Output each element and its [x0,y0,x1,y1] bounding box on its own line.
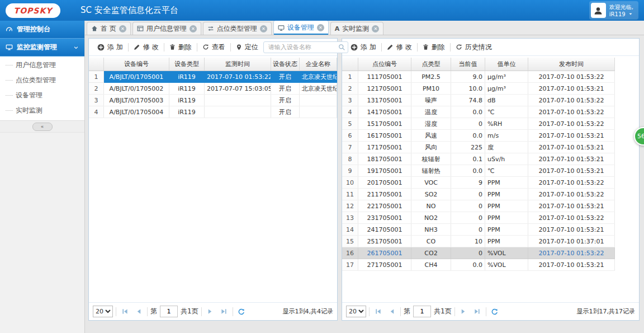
next-page-button[interactable] [205,306,216,317]
table-row[interactable]: 1111705001PM2.59.0μg/m³2017-07-10 01:53:… [342,71,615,83]
edit-button[interactable]: 修 改 [382,40,417,54]
page-input[interactable] [413,306,431,317]
table-row[interactable]: 15251705001CO10PPM2017-07-10 01:37:01 [342,236,615,247]
history-button[interactable]: 历史情况 [451,40,497,54]
first-page-button[interactable] [119,306,130,317]
tab-label: 实时监测 [342,24,369,34]
table-row[interactable]: 13231705001NO20PPM2017-07-10 01:53:22 [342,212,615,224]
table-row[interactable]: 3131705001噪声74.8dB2017-07-10 01:53:22 [342,95,615,106]
refresh-icon [202,44,209,50]
view-button[interactable]: 查看 [197,40,230,54]
search-icon[interactable] [338,44,345,51]
row-number: 1 [89,71,104,83]
collapse-sidebar-button[interactable]: « [32,123,53,131]
delete-button[interactable]: 删除 [164,40,197,54]
table-row[interactable]: 16261705001CO20%VOL2017-07-10 01:53:22 [342,247,615,259]
tab-user-info[interactable]: 用户信息管理 [132,22,201,35]
device-panel: 添 加 修 改 删除 查看 [88,38,338,321]
point-pagination: 20 第 共1页 显示1到17,共17记录 [342,302,639,320]
page-input[interactable] [160,306,178,317]
table-row[interactable]: 3A/BJLT/0/1705003iR119开启 [89,95,337,106]
sidebar-section-label: 监控监测管理 [17,43,57,52]
tab-point-type[interactable]: 点位类型管理 [203,22,272,35]
table-cell: 0.0 [451,106,485,118]
column-header: 点类型 [411,58,451,71]
device-pagination: 20 第 共1页 显示1到4,共4记录 [89,302,337,320]
row-number: 12 [342,200,358,212]
delete-button[interactable]: 删除 [418,40,450,54]
page-size-select[interactable]: 20 [93,306,113,317]
column-header: 值单位 [485,58,528,71]
refresh-button[interactable] [236,306,247,317]
user-menu[interactable]: 欢迎光临, iR119 [589,1,638,20]
sidebar-section-console[interactable]: 管理控制台 [0,21,84,39]
table-row[interactable]: 9191705001辐射热0.0℃2017-07-10 01:53:21 [342,165,615,177]
table-cell: 221705001 [358,200,411,212]
add-icon [351,44,358,51]
table-cell: 湿度 [411,118,451,130]
add-button[interactable]: 添 加 [92,40,128,54]
first-page-button[interactable] [372,306,383,317]
sidebar-section-monitoring[interactable]: 监控监测管理 [0,39,84,57]
add-button-label: 添 加 [361,43,376,52]
close-icon[interactable] [317,24,324,31]
table-row[interactable]: 17271705001CH40.0%VOL2017-07-10 01:53:21 [342,259,615,271]
prev-page-button[interactable] [386,306,397,317]
prev-page-button[interactable] [133,306,144,317]
close-icon[interactable] [119,25,126,32]
close-icon[interactable] [372,25,379,32]
table-row[interactable]: 14241705001NH30PPM2017-07-10 01:53:21 [342,224,615,236]
chevron-down-icon [628,12,633,16]
table-row[interactable]: 12221705001NO0PPM2017-07-10 01:53:21 [342,200,615,212]
trash-icon [423,44,429,50]
table-row[interactable]: 5151705001湿度0%RH2017-07-10 01:53:22 [342,118,615,130]
table-row[interactable]: 1A/BJLT/0/1705001iR1192017-07-10 01:53:2… [89,71,337,83]
search-input[interactable] [263,41,348,53]
sidebar-item-device-mgmt[interactable]: 设备管理 [0,88,84,103]
table-cell: ℃ [485,165,528,177]
add-button[interactable]: 添 加 [345,40,381,54]
close-icon[interactable] [260,25,267,32]
row-number: 3 [89,95,104,106]
table-cell: 10 [451,236,485,247]
tab-realtime[interactable]: 实时监测 [330,22,384,35]
locate-button[interactable]: 定位 [231,40,263,54]
table-row[interactable]: 6161705001风速0.0m/s2017-07-10 01:53:21 [342,130,615,142]
table-cell: 噪声 [411,95,451,106]
page-size-select[interactable]: 20 [346,306,366,317]
last-page-button[interactable] [219,306,230,317]
point-panel: 添 加 修 改 删除 历史情况 [342,38,640,321]
device-search [263,41,348,53]
table-cell: A/BJLT/0/1705003 [104,95,169,106]
table-cell: 风速 [411,130,451,142]
next-page-button[interactable] [458,306,469,317]
delete-button-label: 删除 [432,43,445,52]
edit-button[interactable]: 修 改 [129,40,164,54]
table-row[interactable]: 11211705001SO20PPM2017-07-10 01:53:22 [342,189,615,200]
table-row[interactable]: 7171705001风向225度2017-07-10 01:53:21 [342,142,615,153]
tab-device-mgmt[interactable]: 设备管理 [273,20,329,35]
sidebar-item-realtime[interactable]: 实时监测 [0,103,84,118]
last-page-button[interactable] [472,306,483,317]
table-cell: 2017-07-10 01:53:21 [528,165,615,177]
sidebar-item-user-info[interactable]: 用户信息管理 [0,58,84,73]
pencil-icon [134,44,140,50]
table-row[interactable]: 4A/BJLT/0/1705004iR119开启 [89,106,337,118]
table-cell: 2017-07-10 01:53:21 [528,142,615,153]
table-row[interactable]: 2121705001PM1010.0μg/m³2017-07-10 01:53:… [342,83,615,95]
table-row[interactable]: 4141705001温度0.0℃2017-07-10 01:53:22 [342,106,615,118]
refresh-button[interactable] [489,306,500,317]
device-icon [278,25,285,31]
table-cell: 181705001 [358,153,411,165]
sidebar-item-point-type[interactable]: 点位类型管理 [0,73,84,88]
table-row[interactable]: 2A/BJLT/0/1705002iR1192017-07-07 15:03:0… [89,83,337,95]
table-row[interactable]: 8181705001核辐射0.1uSv/h2017-07-10 01:53:21 [342,153,615,165]
close-icon[interactable] [190,25,197,32]
username: iR119 [609,11,626,18]
table-row[interactable]: 10201705001VOC9PPM2017-07-10 01:53:22 [342,177,615,189]
table-cell: iR119 [169,83,205,95]
sidebar: 管理控制台 监控监测管理 用户信息管理 点位类型管理 设备管理 实时监测 « [0,21,85,333]
table-cell: PM2.5 [411,71,451,83]
table-cell: 2017-07-10 01:53:22 [528,177,615,189]
tab-home[interactable]: 首 页 [87,22,131,35]
